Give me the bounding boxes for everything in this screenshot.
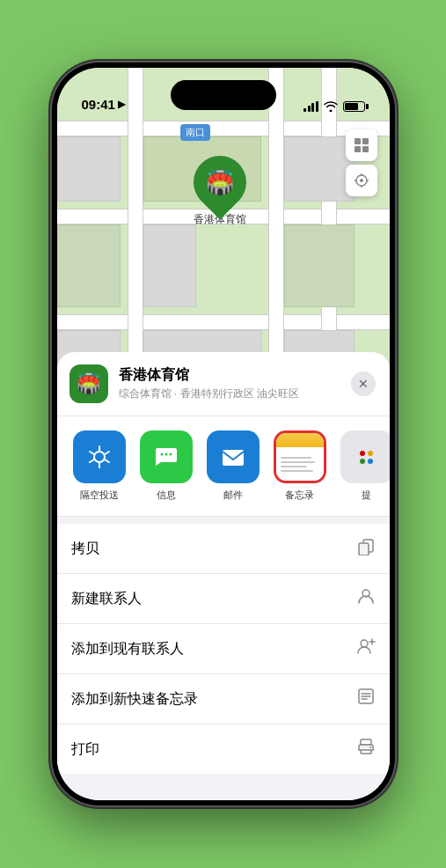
new-contact-icon xyxy=(356,586,376,611)
airdrop-label: 隔空投送 xyxy=(80,489,119,502)
signal-bars-icon xyxy=(303,101,318,112)
svg-rect-1 xyxy=(362,138,369,144)
location-button[interactable] xyxy=(346,165,377,196)
more-label: 提 xyxy=(362,489,371,502)
menu-item-new-contact-text: 新建联系人 xyxy=(71,590,356,608)
svg-rect-16 xyxy=(359,543,369,555)
share-item-airdrop[interactable]: 隔空投送 xyxy=(71,430,128,502)
svg-point-5 xyxy=(360,179,363,182)
menu-item-print-text: 打印 xyxy=(71,740,356,759)
menu-item-add-existing[interactable]: 添加到现有联系人 xyxy=(57,624,390,674)
map-type-button[interactable] xyxy=(346,129,377,161)
more-icon xyxy=(340,430,390,483)
time-label: 09:41 xyxy=(82,97,115,112)
svg-point-18 xyxy=(361,640,368,647)
notes-label: 备忘录 xyxy=(285,489,314,502)
map-label-text: 南口 xyxy=(186,127,205,137)
location-venue-icon: 🏟️ xyxy=(69,364,108,403)
location-card: 🏟️ 香港体育馆 综合体育馆 · 香港特别行政区 油尖旺区 ✕ xyxy=(57,352,390,416)
menu-item-add-notes-text: 添加到新快速备忘录 xyxy=(71,690,356,709)
copy-icon xyxy=(356,536,376,561)
svg-rect-25 xyxy=(361,739,371,745)
svg-point-13 xyxy=(169,453,172,456)
svg-rect-0 xyxy=(355,138,361,144)
svg-rect-2 xyxy=(355,146,361,152)
menu-section: 拷贝 新建联系人 xyxy=(57,524,390,774)
share-item-more[interactable]: 提 xyxy=(339,430,390,502)
wifi-icon xyxy=(324,101,338,112)
mail-icon xyxy=(207,430,260,483)
status-icons xyxy=(303,101,365,112)
svg-rect-14 xyxy=(223,450,244,466)
share-row: 隔空投送 信息 xyxy=(57,416,390,517)
airdrop-icon xyxy=(73,430,126,483)
phone-frame: 09:41 ▶ xyxy=(52,63,395,805)
map-pin: 🏟️ 香港体育馆 xyxy=(194,156,246,227)
menu-item-add-existing-text: 添加到现有联系人 xyxy=(71,640,356,658)
svg-point-11 xyxy=(160,453,163,456)
menu-item-print[interactable]: 打印 xyxy=(57,725,390,774)
share-item-messages[interactable]: 信息 xyxy=(138,430,194,502)
printer-icon xyxy=(356,737,376,761)
menu-item-add-notes[interactable]: 添加到新快速备忘录 xyxy=(57,674,390,725)
mail-label: 邮件 xyxy=(223,489,243,502)
add-note-icon xyxy=(356,687,376,711)
menu-item-copy[interactable]: 拷贝 xyxy=(57,524,390,574)
location-arrow-icon: ▶ xyxy=(118,99,125,110)
bottom-sheet: 🏟️ 香港体育馆 综合体育馆 · 香港特别行政区 油尖旺区 ✕ xyxy=(57,352,390,800)
svg-point-10 xyxy=(94,452,105,462)
battery-icon xyxy=(343,101,365,112)
messages-icon xyxy=(140,430,193,483)
add-contact-icon xyxy=(356,636,376,661)
notes-icon xyxy=(274,430,326,483)
map-controls xyxy=(346,129,377,198)
svg-point-12 xyxy=(165,453,167,456)
share-item-mail[interactable]: 邮件 xyxy=(205,430,261,502)
menu-item-copy-text: 拷贝 xyxy=(71,540,356,558)
share-item-notes[interactable]: 备忘录 xyxy=(272,430,328,502)
svg-rect-3 xyxy=(362,146,369,152)
location-name: 香港体育馆 xyxy=(119,366,340,385)
close-icon: ✕ xyxy=(358,377,369,391)
messages-label: 信息 xyxy=(157,489,176,502)
location-info: 香港体育馆 综合体育馆 · 香港特别行政区 油尖旺区 xyxy=(119,366,340,401)
status-time: 09:41 ▶ xyxy=(82,97,125,112)
status-bar: 09:41 ▶ xyxy=(57,68,390,119)
svg-point-27 xyxy=(369,747,371,748)
map-label-south-entrance: 南口 xyxy=(180,124,210,141)
close-button[interactable]: ✕ xyxy=(351,371,376,396)
phone-screen: 09:41 ▶ xyxy=(57,68,390,800)
menu-item-new-contact[interactable]: 新建联系人 xyxy=(57,574,390,624)
location-subtitle: 综合体育馆 · 香港特别行政区 油尖旺区 xyxy=(119,386,340,401)
